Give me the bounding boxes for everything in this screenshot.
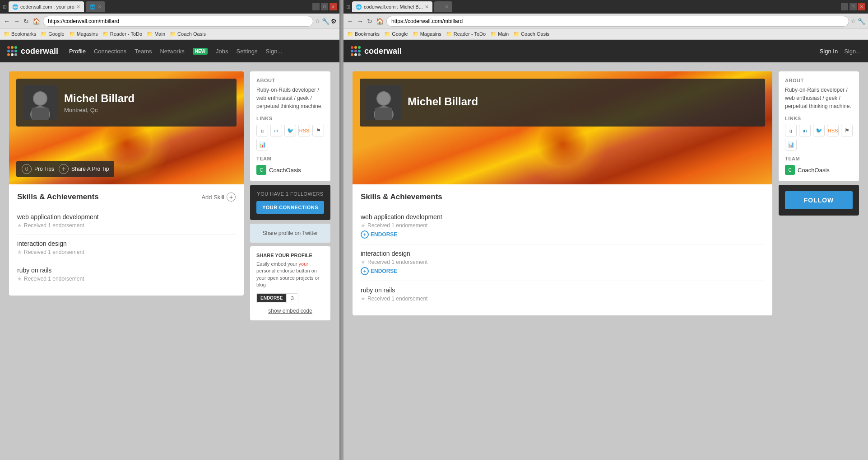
bm-reader[interactable]: 📁 Reader - ToDo: [102, 31, 142, 37]
endorse-btn-1-right[interactable]: + ENDORSE: [361, 230, 397, 239]
share-profile-desc-left: Easily embed your your personal endorse …: [256, 261, 324, 289]
bm-bookmarks[interactable]: 📁 Bookmarks: [4, 31, 36, 37]
link-icon-linkedin[interactable]: in: [270, 125, 282, 136]
window-controls-right[interactable]: ─ □ ✕: [841, 3, 865, 10]
plus-circle-icon: +: [59, 164, 69, 174]
nav-signin-right[interactable]: Sign In: [820, 48, 838, 55]
logo-dot-r: [354, 53, 357, 56]
home-btn-left[interactable]: 🏠: [32, 17, 41, 26]
inactive-tab-left[interactable]: 🌐 ✕: [86, 1, 105, 12]
profile-header-right: Michel Billard: [353, 71, 772, 184]
bookmarks-bar-right: 📁 Bookmarks 📁 Google 📁 Magasins 📁 Reader…: [343, 29, 868, 40]
links-title-right: LINKS: [785, 116, 853, 121]
bm-main-r[interactable]: 📁 Main: [490, 31, 509, 37]
cw-nav-links-left: Profile Connections Teams Networks NEW J…: [69, 48, 332, 55]
link-icon-flag-r[interactable]: ⚑: [841, 125, 853, 136]
link-icon-g[interactable]: g: [256, 125, 268, 136]
bm-coachoasis-right[interactable]: 📁 Coach Oasis: [513, 31, 549, 37]
share-twitter-card-left: Share profile on Twitter: [250, 224, 330, 243]
team-name-right[interactable]: CoachOasis: [798, 167, 830, 174]
minimize-btn-right[interactable]: ─: [841, 3, 848, 10]
link-icon-rss[interactable]: RSS: [298, 125, 310, 136]
nav-networks-left[interactable]: Networks: [160, 48, 184, 55]
ext-icon-2[interactable]: ⚙: [331, 18, 337, 25]
nav-connections-left[interactable]: Connections: [94, 48, 126, 55]
team-name-left[interactable]: CoachOasis: [269, 167, 301, 174]
link-icon-twitter-r[interactable]: 🐦: [813, 125, 825, 136]
add-skill-btn-left[interactable]: Add Skill +: [201, 192, 236, 202]
nav-signup-right[interactable]: Sign...: [844, 48, 861, 55]
logo-dot-r: [354, 50, 357, 52]
bookmark-star-right[interactable]: ☆: [851, 18, 856, 24]
cw-logo-left[interactable]: coderwall: [7, 46, 58, 56]
maximize-btn-right[interactable]: □: [849, 3, 857, 10]
nav-settings-left[interactable]: Settings: [236, 48, 257, 55]
bm-bookmarks-r[interactable]: 📁 Bookmarks: [347, 31, 380, 37]
ext-icon-r1[interactable]: 🔧: [858, 18, 865, 25]
tab-close-inactive-left[interactable]: ✕: [97, 4, 102, 10]
close-btn-left[interactable]: ✕: [330, 3, 337, 10]
share-pro-tip-btn[interactable]: + Share A Pro Tip: [59, 164, 109, 174]
link-icon-chart-r[interactable]: 📊: [785, 139, 797, 150]
share-twitter-btn-left[interactable]: Share profile on Twitter: [254, 227, 327, 239]
bm-reader-r[interactable]: 📁 Reader - ToDo: [446, 31, 486, 37]
url-input-right[interactable]: [386, 16, 849, 27]
profile-text-left: Michel Billard Montreal, Qc: [64, 92, 135, 113]
bm-magasins[interactable]: 📁 Magasins: [69, 31, 98, 37]
nav-teams-left[interactable]: Teams: [135, 48, 152, 55]
link-icon-linkedin-r[interactable]: in: [799, 125, 811, 136]
cw-logo-right[interactable]: coderwall: [351, 46, 402, 56]
nav-profile-left[interactable]: Profile: [69, 48, 86, 55]
title-bar-left: ⊞ 🌐 coderwall.com : your pro ✕ 🌐 ✕ ─ □ ✕: [0, 0, 339, 14]
bm-google-r[interactable]: 📁 Google: [384, 31, 408, 37]
pro-tips-label-left: Pro Tips: [34, 166, 54, 172]
link-icon-twitter[interactable]: 🐦: [284, 125, 296, 136]
tab-close-right[interactable]: ✕: [425, 4, 429, 10]
followers-label-left: YOU HAVE 1 FOLLOWERS: [256, 191, 324, 197]
logo-dot: [11, 50, 14, 52]
bm-magasins-r[interactable]: 📁 Magasins: [413, 31, 441, 37]
inactive-tab-right[interactable]: ✕: [434, 1, 452, 12]
nav-signout-left[interactable]: Sign...: [265, 48, 282, 55]
home-btn-right[interactable]: 🏠: [375, 17, 385, 26]
forward-btn-right[interactable]: →: [356, 17, 364, 26]
reload-btn-left[interactable]: ↻: [23, 17, 30, 26]
link-icon-rss-r[interactable]: RSS: [827, 125, 839, 136]
title-bar-right: ⊞ 🌐 coderwall.com : Michel B... ✕ ✕ ─ □ …: [343, 0, 868, 14]
forward-btn-left[interactable]: →: [13, 17, 21, 26]
avatar-svg-right: [366, 85, 401, 120]
maximize-btn-left[interactable]: □: [321, 3, 328, 10]
active-tab-left[interactable]: 🌐 coderwall.com : your pro ✕: [9, 1, 84, 12]
nav-jobs-left[interactable]: Jobs: [216, 48, 228, 55]
show-embed-btn-left[interactable]: show embed code: [256, 308, 324, 314]
pro-tips-bar-left: 0 Pro Tips + Share A Pro Tip: [16, 161, 114, 177]
follow-btn-right[interactable]: FOLLOW: [785, 191, 853, 209]
connections-btn-left[interactable]: YOUR CONNECTIONS: [256, 201, 324, 214]
link-icon-flag[interactable]: ⚑: [312, 125, 324, 136]
bm-google[interactable]: 📁 Google: [41, 31, 65, 37]
back-btn-right[interactable]: ←: [346, 17, 354, 26]
active-tab-right[interactable]: 🌐 coderwall.com : Michel B... ✕: [352, 1, 432, 12]
links-row-2-right: 📊: [785, 139, 853, 150]
bookmark-star-left[interactable]: ☆: [315, 18, 320, 24]
ext-icon-1[interactable]: 🔧: [322, 18, 330, 25]
bookmarks-bar-left: 📁 Bookmarks 📁 Google 📁 Magasins 📁 Reader…: [0, 29, 339, 40]
tab-close-left[interactable]: ✕: [76, 4, 80, 10]
endorse-badge-left: ENDORSE 3: [256, 293, 298, 303]
bm-coachoasis-left[interactable]: 📁 Coach Oasis: [170, 31, 206, 37]
url-input-left[interactable]: [43, 16, 313, 27]
window-controls-left[interactable]: ─ □ ✕: [312, 3, 337, 10]
bm-main[interactable]: 📁 Main: [147, 31, 165, 37]
back-btn-left[interactable]: ←: [3, 17, 11, 26]
minimize-btn-left[interactable]: ─: [312, 3, 320, 10]
logo-dot: [7, 50, 10, 52]
link-icon-chart[interactable]: 📊: [256, 139, 268, 150]
reload-btn-right[interactable]: ↻: [366, 17, 373, 26]
add-skill-circle-icon: +: [227, 192, 236, 202]
link-icon-g-r[interactable]: g: [785, 125, 797, 136]
endorse-btn-2-right[interactable]: + ENDORSE: [361, 267, 397, 275]
close-btn-right[interactable]: ✕: [858, 3, 865, 10]
skill-name-1-right: web application development: [361, 213, 764, 221]
tab-close-inactive-right[interactable]: ✕: [445, 4, 449, 10]
profile-name-right: Michel Billard: [408, 95, 478, 108]
